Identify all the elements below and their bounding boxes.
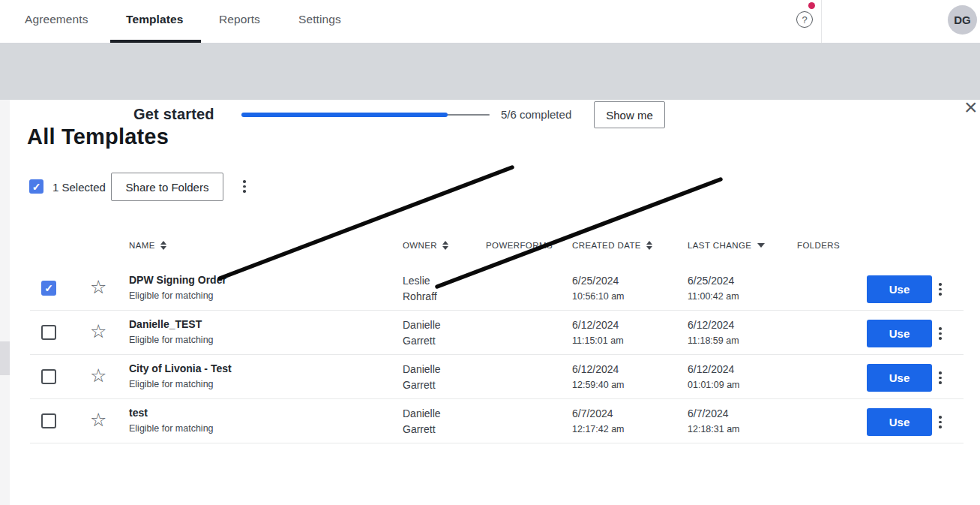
nav-item-settings[interactable]: Settings xyxy=(298,13,341,26)
last-change-cell: 6/12/2024 01:01:09 am xyxy=(688,362,740,392)
owner-first-name: Danielle xyxy=(403,406,441,422)
row-more-actions-icon[interactable] xyxy=(936,324,945,343)
selected-count-label: 1 Selected xyxy=(52,181,106,194)
last-change-date: 6/25/2024 xyxy=(688,273,739,288)
row-checkbox[interactable]: ✓ xyxy=(41,369,56,384)
help-icon[interactable]: ? xyxy=(796,11,813,28)
progress-bar xyxy=(241,114,490,116)
template-name-cell[interactable]: City of Livonia - Test Eligible for matc… xyxy=(129,362,232,392)
created-time: 12:17:42 am xyxy=(572,422,625,437)
template-name-cell[interactable]: Danielle_TEST Eligible for matching xyxy=(129,317,214,347)
nav-item-agreements[interactable]: Agreements xyxy=(25,13,88,26)
use-button[interactable]: Use xyxy=(867,275,932,303)
template-name[interactable]: City of Livonia - Test xyxy=(129,362,232,376)
template-subtitle: Eligible for matching xyxy=(129,377,232,392)
template-subtitle: Eligible for matching xyxy=(129,422,214,436)
left-scrollbar-track xyxy=(0,100,10,505)
row-checkbox[interactable]: ✓ xyxy=(41,325,56,340)
check-icon: ✓ xyxy=(32,182,41,192)
owner-last-name: Garrett xyxy=(403,333,441,349)
last-change-date: 6/12/2024 xyxy=(688,317,739,332)
column-label: CREATED DATE xyxy=(572,241,641,250)
page-title: All Templates xyxy=(27,125,169,149)
template-name[interactable]: test xyxy=(129,406,214,420)
template-rows: ✓ ☆ DPW Signing Order Eligible for match… xyxy=(30,266,964,443)
last-change-cell: 6/25/2024 11:00:42 am xyxy=(688,273,739,304)
table-header: NAME OWNER POWERFORMS CREATED DATE LAST … xyxy=(30,238,964,257)
row-more-actions-icon[interactable] xyxy=(936,368,945,387)
created-date: 6/12/2024 xyxy=(572,317,624,332)
row-checkbox[interactable]: ✓ xyxy=(41,413,56,428)
star-icon[interactable]: ☆ xyxy=(90,275,106,298)
row-checkbox[interactable]: ✓ xyxy=(41,281,56,296)
created-date-cell: 6/12/2024 12:59:40 am xyxy=(572,362,625,392)
use-button[interactable]: Use xyxy=(867,364,932,392)
select-all-checkbox[interactable]: ✓ xyxy=(29,179,43,194)
created-date-cell: 6/12/2024 11:15:01 am xyxy=(572,317,624,348)
progress-label: 5/6 completed xyxy=(501,108,571,121)
sort-desc-icon xyxy=(757,243,765,248)
active-tab-underline xyxy=(110,40,201,43)
row-more-actions-icon[interactable] xyxy=(936,280,945,299)
table-row: ✓ ☆ DPW Signing Order Eligible for match… xyxy=(30,266,964,311)
column-label: OWNER xyxy=(403,241,437,250)
owner-cell: Danielle Garrett xyxy=(403,317,441,349)
column-label: POWERFORMS xyxy=(486,241,553,250)
last-change-time: 11:18:59 am xyxy=(688,333,739,348)
created-time: 12:59:40 am xyxy=(572,377,625,392)
check-icon: ✓ xyxy=(44,283,53,293)
star-icon[interactable]: ☆ xyxy=(90,408,106,431)
last-change-date: 6/7/2024 xyxy=(688,406,740,421)
template-name[interactable]: Danielle_TEST xyxy=(129,317,214,332)
last-change-time: 12:18:31 am xyxy=(688,422,740,437)
progress-fill xyxy=(241,113,448,117)
last-change-time: 01:01:09 am xyxy=(688,377,740,392)
annotation-line xyxy=(220,167,512,278)
template-name[interactable]: DPW Signing Order xyxy=(129,273,226,287)
last-change-date: 6/12/2024 xyxy=(688,362,740,377)
use-button[interactable]: Use xyxy=(867,408,932,436)
close-icon[interactable]: × xyxy=(964,96,978,119)
column-header-owner[interactable]: OWNER xyxy=(403,241,448,250)
template-name-cell[interactable]: DPW Signing Order Eligible for matching xyxy=(129,273,226,303)
owner-cell: Danielle Garrett xyxy=(403,406,441,437)
owner-first-name: Leslie xyxy=(403,273,437,289)
last-change-cell: 6/12/2024 11:18:59 am xyxy=(688,317,739,348)
created-date: 6/25/2024 xyxy=(572,273,625,288)
share-to-folders-button[interactable]: Share to Folders xyxy=(111,173,223,201)
created-time: 11:15:01 am xyxy=(572,333,624,348)
sort-icon xyxy=(442,241,448,250)
column-header-name[interactable]: NAME xyxy=(129,241,166,250)
nav-item-templates[interactable]: Templates xyxy=(126,13,183,26)
template-subtitle: Eligible for matching xyxy=(129,289,226,303)
left-scrollbar-thumb[interactable] xyxy=(0,341,10,375)
created-date: 6/12/2024 xyxy=(572,362,625,377)
template-name-cell[interactable]: test Eligible for matching xyxy=(129,406,214,436)
last-change-cell: 6/7/2024 12:18:31 am xyxy=(688,406,740,437)
column-label: FOLDERS xyxy=(797,241,840,250)
owner-last-name: Rohraff xyxy=(403,289,437,305)
column-header-created-date[interactable]: CREATED DATE xyxy=(572,241,652,250)
column-header-folders: FOLDERS xyxy=(797,241,840,250)
column-header-last-change[interactable]: LAST CHANGE xyxy=(688,241,765,250)
row-more-actions-icon[interactable] xyxy=(936,413,945,431)
show-me-button[interactable]: Show me xyxy=(594,101,665,128)
use-button[interactable]: Use xyxy=(867,320,932,347)
owner-first-name: Danielle xyxy=(403,362,441,377)
created-time: 10:56:10 am xyxy=(572,289,625,304)
created-date: 6/7/2024 xyxy=(572,406,625,421)
table-row: ✓ ☆ Danielle_TEST Eligible for matching … xyxy=(30,311,964,355)
toolbar-more-actions-icon[interactable] xyxy=(240,177,249,196)
header-divider xyxy=(821,0,822,43)
star-icon[interactable]: ☆ xyxy=(90,364,106,386)
avatar[interactable]: DG xyxy=(948,5,977,35)
star-icon[interactable]: ☆ xyxy=(90,320,106,342)
table-row: ✓ ☆ City of Livonia - Test Eligible for … xyxy=(30,355,964,399)
owner-last-name: Garrett xyxy=(403,422,441,437)
nav-item-reports[interactable]: Reports xyxy=(219,13,260,26)
sort-icon xyxy=(160,241,166,250)
owner-cell: Leslie Rohraff xyxy=(403,273,437,305)
created-date-cell: 6/7/2024 12:17:42 am xyxy=(572,406,625,437)
column-label: LAST CHANGE xyxy=(688,241,751,250)
last-change-time: 11:00:42 am xyxy=(688,289,739,304)
